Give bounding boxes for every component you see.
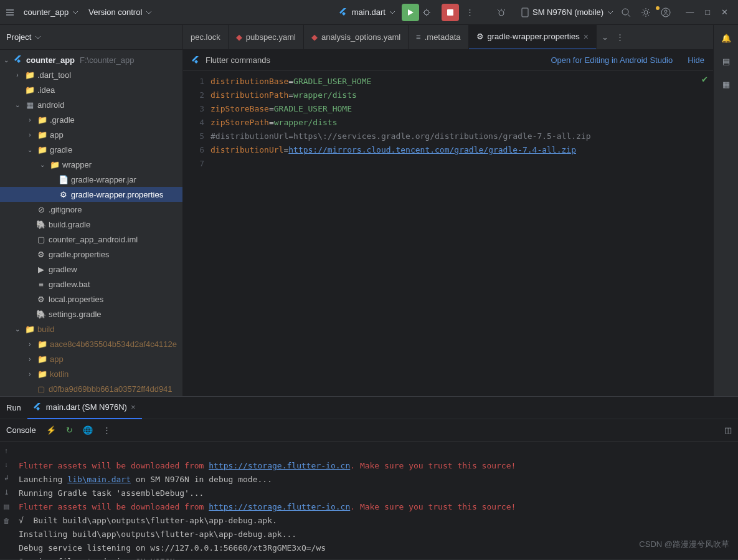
phone-icon	[521, 7, 529, 17]
open-android-studio-link[interactable]: Open for Editing in Android Studio	[551, 55, 673, 65]
close-icon[interactable]: ✕	[721, 7, 728, 17]
tree-root[interactable]: ⌄ counter_app F:\counter_app	[0, 52, 182, 67]
stop-button[interactable]	[442, 4, 459, 21]
search-icon[interactable]	[621, 7, 638, 17]
line-gutter: 1234567	[183, 71, 211, 396]
tree-item[interactable]: ›📁.gradle	[0, 112, 182, 127]
tree-item[interactable]: ⚙local.properties	[0, 292, 182, 306]
sidebar-title: Project	[6, 32, 31, 42]
maximize-icon[interactable]: □	[705, 7, 710, 17]
bell-icon[interactable]: 🔔	[721, 34, 731, 43]
settings-icon[interactable]	[641, 7, 658, 17]
tab[interactable]: ◆pubspec.yaml	[229, 25, 304, 50]
close-icon[interactable]: ×	[131, 402, 136, 412]
more-actions[interactable]: ⋮	[461, 7, 479, 17]
tab[interactable]: pec.lock	[183, 25, 229, 50]
tree-item[interactable]: ⌄▦android	[0, 97, 182, 112]
tree-item[interactable]: ⌄📁wrapper	[0, 157, 182, 172]
root-path: F:\counter_app	[80, 55, 134, 65]
chevron-down-icon	[607, 9, 613, 16]
tree-item[interactable]: ▢counter_app_android.iml	[0, 232, 182, 247]
tree-item[interactable]: ›📁kotlin	[0, 366, 182, 381]
code-editor[interactable]: 1234567 distributionBase=GRADLE_USER_HOM…	[183, 71, 713, 396]
hide-link[interactable]: Hide	[688, 55, 704, 65]
svg-rect-1	[447, 9, 453, 16]
tree-item[interactable]: ›📁.dart_tool	[0, 67, 182, 82]
svg-point-5	[644, 11, 648, 14]
tree-item[interactable]: ≡gradlew.bat	[0, 277, 182, 292]
flutter-commands-bar: Flutter commands Open for Editing in And…	[183, 50, 713, 71]
wrap-icon[interactable]: ↲	[4, 474, 9, 482]
trash-icon[interactable]: 🗑	[3, 517, 10, 524]
tree-item[interactable]: ▢d0fba9d69bbb661a03572ff4dd941	[0, 381, 182, 396]
bug-icon	[496, 7, 506, 17]
run-button[interactable]	[402, 4, 419, 21]
project-tree: ⌄ counter_app F:\counter_app ›📁.dart_too…	[0, 50, 182, 396]
console-gutter: ↑ ↓ ↲ ⤓ ▤ 🗑	[0, 442, 12, 559]
hot-reload-icon[interactable]: ⚡	[46, 425, 56, 435]
tree-item[interactable]: 🐘settings.gradle	[0, 306, 182, 321]
tool-icon[interactable]: ▦	[722, 80, 730, 89]
up-arrow-icon[interactable]: ↑	[4, 447, 8, 454]
more-icon[interactable]: ⋮	[103, 425, 111, 435]
menu-icon[interactable]	[5, 7, 17, 17]
svg-point-4	[622, 9, 628, 15]
tab[interactable]: ≡.metadata	[409, 25, 468, 50]
editor-area: pec.lock ◆pubspec.yaml ◆analysis_options…	[183, 25, 713, 396]
hot-restart-icon[interactable]: ↻	[66, 425, 73, 435]
vcs-label: Version control	[88, 7, 142, 17]
check-icon: ✔	[701, 75, 708, 84]
run-panel: Run main.dart (SM N976N) × Console ⚡ ↻ 🌐…	[0, 396, 738, 559]
project-crumb[interactable]: counter_app	[20, 7, 82, 17]
tree-item[interactable]: ›📁app	[0, 127, 182, 142]
flutter-icon	[34, 403, 42, 412]
tree-item[interactable]: 📄gradle-wrapper.jar	[0, 172, 182, 187]
chevron-down-icon	[146, 9, 152, 16]
bug-icon	[422, 7, 432, 17]
tree-item[interactable]: ›📁aace8c4b635504b534d2af4c4112e	[0, 336, 182, 351]
more-icon[interactable]: ⋮	[616, 32, 624, 42]
stop-icon	[447, 9, 453, 16]
tree-item[interactable]: ⌄📁gradle	[0, 142, 182, 157]
flutter-icon	[192, 56, 201, 65]
tree-item[interactable]: 📁.idea	[0, 82, 182, 97]
scroll-icon[interactable]: ⤓	[4, 488, 9, 496]
svg-rect-3	[522, 8, 528, 17]
tree-item[interactable]: ⌄📁build	[0, 321, 182, 336]
tab-active[interactable]: ⚙gradle-wrapper.properties×	[469, 25, 597, 50]
tool-icon[interactable]: ▤	[722, 57, 730, 66]
tree-item[interactable]: ›📁app	[0, 351, 182, 366]
top-toolbar: counter_app Version control main.dart ⋮ …	[0, 0, 738, 25]
chevron-down-icon	[72, 9, 78, 16]
run-tab[interactable]: main.dart (SM N976N) ×	[27, 397, 142, 419]
sidebar-header[interactable]: Project	[0, 25, 182, 50]
tree-item-selected[interactable]: ⚙gradle-wrapper.properties	[0, 187, 182, 202]
filter-icon[interactable]: ▤	[3, 503, 9, 511]
run-label: Run	[6, 403, 21, 412]
tree-item[interactable]: ⚙gradle.properties	[0, 247, 182, 262]
right-tool-strip: 🔔 ▤ ▦	[713, 25, 738, 396]
tab[interactable]: ◆analysis_options.yaml	[304, 25, 409, 50]
watermark: CSDN @路漫漫兮风吹草	[639, 539, 729, 550]
user-icon[interactable]	[661, 7, 678, 17]
devtools-icon[interactable]: 🌐	[83, 425, 93, 435]
editor-tabs: pec.lock ◆pubspec.yaml ◆analysis_options…	[183, 25, 713, 50]
chevron-down-icon[interactable]: ⌄	[602, 32, 608, 42]
layout-icon[interactable]: ◫	[724, 425, 732, 435]
vcs-crumb[interactable]: Version control	[85, 7, 156, 17]
close-icon[interactable]: ×	[584, 32, 589, 42]
device-selector[interactable]: SM N976N (mobile)	[516, 7, 618, 17]
tree-item[interactable]: ▶gradlew	[0, 262, 182, 277]
tree-item[interactable]: ⊘.gitignore	[0, 202, 182, 217]
project-name: counter_app	[24, 7, 69, 17]
down-arrow-icon[interactable]: ↓	[4, 460, 8, 468]
root-name: counter_app	[26, 55, 75, 65]
console-output[interactable]: Flutter assets will be downloaded from h…	[12, 442, 738, 559]
svg-point-0	[424, 10, 429, 15]
debug-button[interactable]	[422, 7, 439, 17]
tree-item[interactable]: 🐘build.gradle	[0, 217, 182, 232]
run-config[interactable]: main.dart	[336, 7, 399, 17]
debug-icon-2[interactable]	[496, 7, 514, 17]
minimize-icon[interactable]: —	[686, 7, 694, 17]
device-label: SM N976N (mobile)	[532, 7, 603, 17]
